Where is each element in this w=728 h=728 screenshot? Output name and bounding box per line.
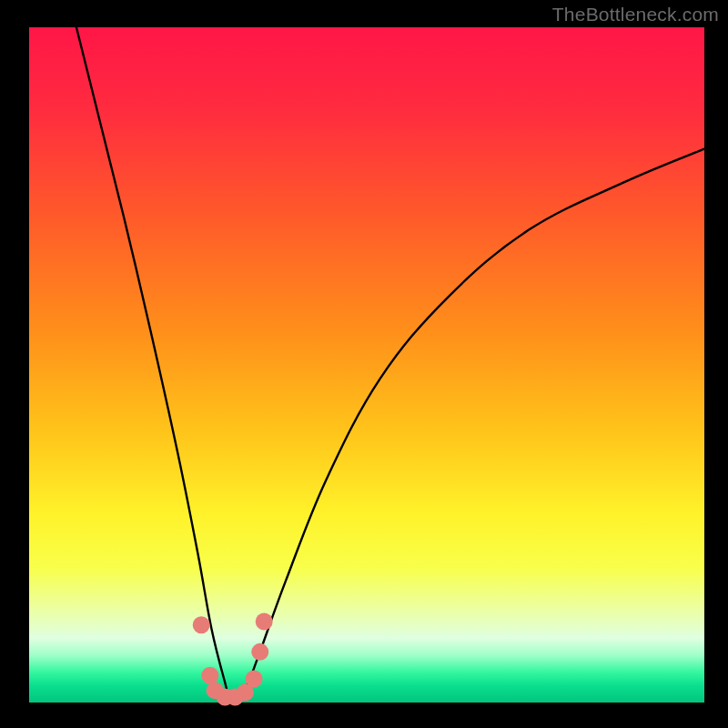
- valley-marker: [246, 671, 263, 688]
- bottleneck-chart: [0, 0, 728, 728]
- plot-area: [29, 27, 704, 703]
- valley-marker: [251, 643, 268, 661]
- valley-marker: [201, 667, 218, 684]
- chart-frame: TheBottleneck.com: [0, 0, 728, 728]
- watermark-text: TheBottleneck.com: [552, 4, 719, 25]
- valley-marker: [193, 616, 210, 633]
- valley-marker: [256, 612, 273, 630]
